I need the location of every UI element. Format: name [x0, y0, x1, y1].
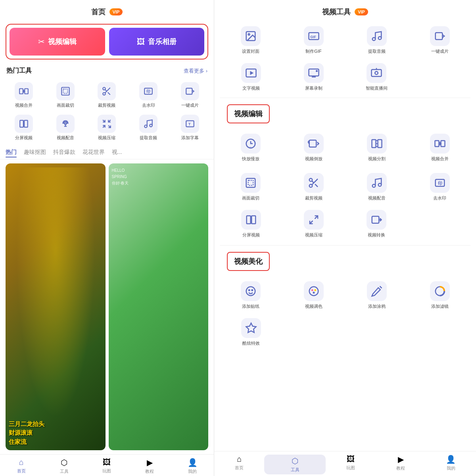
tool-convert-label: 视频转换	[368, 232, 385, 238]
svg-rect-3	[61, 87, 69, 95]
tool-oneclick-label: 一键成片	[181, 102, 199, 108]
tool-dubbing-right-label: 视频配音	[368, 195, 386, 201]
tool-subtitle[interactable]: T 添加字幕	[170, 112, 210, 143]
tool-split-video[interactable]: 视频分割	[346, 131, 407, 165]
tool-splitscreen-right[interactable]: 分屏视频	[220, 207, 282, 241]
video-edit-button[interactable]: ✂ 视频编辑	[10, 28, 105, 56]
tool-crop-frame[interactable]: 画面裁切	[46, 80, 86, 111]
tool-doodle[interactable]: 添加涂鸦	[346, 278, 407, 313]
tool-sticker[interactable]: 添加贴纸	[220, 278, 281, 313]
svg-text:›› ‹‹: ›› ‹‹	[247, 145, 251, 148]
tool-extract-audio[interactable]: 提取音频	[129, 112, 169, 143]
tool-screen-record[interactable]: 屏幕录制	[282, 60, 345, 94]
tool-crop-frame-right[interactable]: 画面裁切	[220, 170, 281, 204]
tool-merge-right-label: 视频合并	[431, 156, 449, 162]
svg-text:T: T	[188, 122, 190, 126]
dubbing-right-icon-wrap	[367, 173, 387, 193]
image-hero-icon: 🖼	[137, 37, 145, 46]
tool-oneclick-right[interactable]: 一键成片	[409, 23, 470, 58]
left-nav-gallery-label: 玩图	[102, 468, 111, 474]
right-nav-profile-label: 我的	[447, 465, 455, 471]
tool-compress[interactable]: 视频压缩	[87, 112, 127, 143]
hot-tools-more[interactable]: 查看更多 ›	[184, 67, 207, 75]
top-tools-row2: 文字视频 屏幕录制	[214, 60, 476, 96]
music-album-label: 音乐相册	[148, 37, 177, 46]
svg-point-60	[372, 184, 375, 188]
oneclick-icon-wrap	[181, 82, 199, 100]
right-nav-tutorial[interactable]: ▶ 教程	[376, 455, 426, 474]
left-nav-tutorial-label: 教程	[145, 468, 154, 474]
gallery-icon: 🖼	[103, 458, 111, 467]
speed-icon-wrap: ›› ‹‹	[241, 134, 261, 154]
tool-scissors[interactable]: 裁剪视频	[87, 80, 127, 111]
music-album-button[interactable]: 🖼 音乐相册	[109, 28, 205, 56]
tool-compress-right[interactable]: 视频压缩	[282, 207, 345, 241]
tool-convert[interactable]: 视频转换	[345, 207, 408, 241]
svg-point-27	[248, 34, 250, 35]
left-nav-tools[interactable]: ⬡ 工具	[43, 458, 86, 474]
left-vip-badge[interactable]: VIP	[109, 8, 123, 15]
divider-1	[220, 98, 470, 98]
tool-effects[interactable]: 酷炫特效	[220, 315, 282, 349]
tool-merge-label: 视频合并	[15, 102, 33, 108]
gallery-item-1[interactable]: 三月二龙抬头财源滚滚住家流	[6, 163, 106, 450]
right-nav-home[interactable]: ⌂ 首页	[214, 455, 264, 474]
svg-point-38	[316, 70, 318, 72]
tool-watermark[interactable]: 印 去水印	[129, 80, 169, 111]
svg-point-71	[249, 290, 250, 291]
tool-make-gif[interactable]: GIF 制作GIF	[283, 23, 344, 58]
merge-icon-wrap	[15, 82, 33, 100]
tab-cutout[interactable]: 趣味抠图	[24, 149, 46, 157]
svg-rect-68	[372, 216, 379, 223]
right-bottom-nav: ⌂ 首页 ⬡ 工具 🖼 玩图 ▶ 教程 👤 我的	[214, 451, 476, 476]
svg-point-76	[313, 292, 315, 294]
tool-extract-audio-right[interactable]: 提取音频	[346, 23, 407, 58]
tab-hot[interactable]: 热门	[6, 149, 17, 157]
merge-right-icon-wrap	[430, 134, 450, 154]
right-vip-badge[interactable]: VIP	[355, 8, 368, 15]
tool-speed[interactable]: ›› ‹‹ 快放慢放	[220, 131, 281, 165]
tool-watermark-right[interactable]: 印 去水印	[409, 170, 470, 204]
tool-oneclick[interactable]: 一键成片	[170, 80, 210, 111]
tool-text-video[interactable]: 文字视频	[220, 60, 282, 94]
tool-merge-right[interactable]: 视频合并	[409, 131, 470, 165]
tool-splitscreen[interactable]: 分屏视频	[4, 112, 44, 143]
tool-set-cover[interactable]: 设置封面	[220, 23, 281, 58]
tab-more[interactable]: 视...	[112, 149, 122, 157]
svg-rect-44	[309, 140, 316, 147]
tool-scissors-right[interactable]: 裁剪视频	[283, 170, 344, 204]
svg-point-56	[309, 184, 312, 188]
tool-color-grade[interactable]: 视频调色	[283, 278, 344, 313]
left-nav-home[interactable]: ⌂ 首页	[0, 458, 43, 474]
svg-point-23	[150, 124, 152, 127]
watermark-icon-wrap: 印	[139, 82, 157, 100]
tool-merge[interactable]: 视频合并	[4, 80, 44, 111]
tab-douyin[interactable]: 抖音爆款	[53, 149, 75, 157]
right-nav-gallery[interactable]: 🖼 玩图	[326, 455, 376, 474]
svg-rect-54	[248, 180, 253, 186]
tool-reverse[interactable]: 视频倒放	[283, 131, 344, 165]
right-nav-profile[interactable]: 👤 我的	[426, 455, 476, 474]
sticker-icon-wrap	[241, 281, 261, 301]
left-nav-profile[interactable]: 👤 我的	[171, 458, 214, 474]
video-beauty-row2: 酷炫特效	[214, 315, 476, 353]
gallery: 三月二龙抬头财源滚滚住家流 HELLO SPRING 你好·春天	[0, 159, 214, 454]
left-nav-gallery[interactable]: 🖼 玩图	[86, 458, 129, 474]
left-nav-tutorial[interactable]: ▶ 教程	[128, 458, 171, 474]
tab-flower[interactable]: 花花世界	[83, 149, 105, 157]
svg-point-22	[144, 125, 147, 128]
right-nav-tools[interactable]: ⬡ 工具	[264, 455, 325, 474]
tool-live-room[interactable]: 智能直播间	[345, 60, 408, 94]
crop-frame-icon-wrap	[56, 82, 75, 100]
svg-rect-46	[378, 140, 382, 148]
tool-dubbing[interactable]: 视频配音	[46, 112, 86, 143]
tool-dubbing-right[interactable]: 视频配音	[346, 170, 407, 204]
tool-watermark-label: 去水印	[142, 102, 155, 108]
tool-crop-frame-label: 画面裁切	[57, 102, 74, 108]
right-nav-tutorial-label: 教程	[396, 465, 405, 471]
svg-rect-39	[372, 69, 382, 77]
tool-filter[interactable]: 添加滤镜	[409, 278, 470, 313]
gallery-item-2[interactable]: HELLO SPRING 你好·春天	[109, 163, 209, 450]
right-title: 视频工具	[322, 7, 351, 17]
svg-point-40	[375, 71, 378, 75]
